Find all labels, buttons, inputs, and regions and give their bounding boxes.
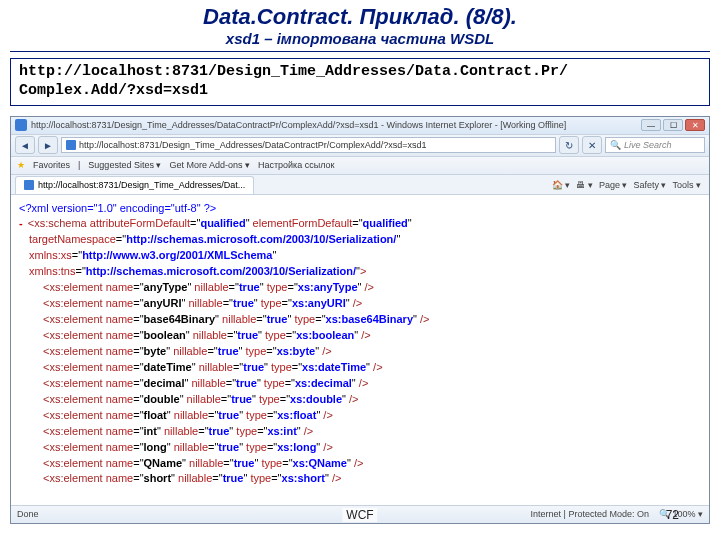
page-menu[interactable]: Page ▾: [599, 180, 628, 190]
safety-menu[interactable]: Safety ▾: [633, 180, 666, 190]
window-title-text: http://localhost:8731/Design_Time_Addres…: [31, 120, 641, 130]
refresh-button[interactable]: ↻: [559, 136, 579, 154]
favorites-star-icon[interactable]: ★: [17, 160, 25, 170]
browser-toolbar: ◄ ► http://localhost:8731/Design_Time_Ad…: [11, 135, 709, 157]
home-menu[interactable]: 🏠 ▾: [552, 180, 571, 190]
favorites-label[interactable]: Favorites: [33, 160, 70, 170]
active-tab[interactable]: http://localhost:8731/Design_Time_Addres…: [15, 176, 254, 194]
more-addons-link[interactable]: Get More Add-ons ▾: [169, 160, 250, 170]
browser-titlebar: http://localhost:8731/Design_Time_Addres…: [11, 117, 709, 135]
favorites-bar: ★ Favorites | Suggested Sites ▾ Get More…: [11, 157, 709, 175]
browser-window: http://localhost:8731/Design_Time_Addres…: [10, 116, 710, 524]
page-number: 72: [666, 508, 679, 522]
footer-label: WCF: [342, 508, 377, 522]
slide-subtitle: xsd1 – імпортована частина WSDL: [10, 30, 710, 52]
tab-strip: http://localhost:8731/Design_Time_Addres…: [11, 175, 709, 195]
slide-title: Data.Contract. Приклад. (8/8).: [0, 0, 720, 30]
back-button[interactable]: ◄: [15, 136, 35, 154]
zone-label: Internet | Protected Mode: On: [531, 509, 649, 519]
status-text: Done: [17, 509, 39, 519]
search-icon: 🔍: [610, 140, 621, 150]
address-bar[interactable]: http://localhost:8731/Design_Time_Addres…: [61, 137, 556, 153]
forward-button[interactable]: ►: [38, 136, 58, 154]
url-display-box: http://localhost:8731/Design_Time_Addres…: [10, 58, 710, 106]
tab-icon: [24, 180, 34, 190]
tab-label: http://localhost:8731/Design_Time_Addres…: [38, 180, 245, 190]
page-icon: [66, 140, 76, 150]
address-text: http://localhost:8731/Design_Time_Addres…: [79, 140, 427, 150]
custom-links-link[interactable]: Настройка ссылок: [258, 160, 335, 170]
close-button[interactable]: ✕: [685, 119, 705, 131]
stop-button[interactable]: ✕: [582, 136, 602, 154]
maximize-button[interactable]: ☐: [663, 119, 683, 131]
minimize-button[interactable]: —: [641, 119, 661, 131]
command-bar: 🏠 ▾ 🖶 ▾ Page ▾ Safety ▾ Tools ▾: [552, 176, 705, 194]
search-box[interactable]: 🔍 Live Search: [605, 137, 705, 153]
tools-menu[interactable]: Tools ▾: [672, 180, 701, 190]
print-menu[interactable]: 🖶 ▾: [576, 180, 593, 190]
fav-divider: |: [78, 160, 80, 170]
suggested-sites-link[interactable]: Suggested Sites ▾: [88, 160, 161, 170]
page-content: <?xml version="1.0" encoding="utf-8" ?>-…: [11, 195, 709, 505]
ie-icon: [15, 119, 27, 131]
